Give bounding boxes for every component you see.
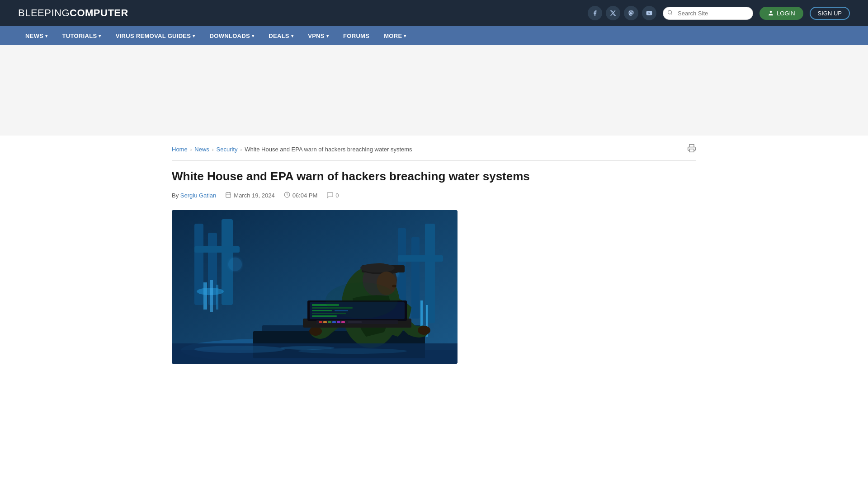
article-meta: By Sergiu Gatlan March 19, 2024 06:04 PM [172,192,547,199]
chevron-down-icon: ▾ [45,33,47,38]
svg-line-2 [671,14,672,14]
breadcrumb-news[interactable]: News [194,146,209,153]
svg-point-35 [360,263,395,272]
logo-first: BLEEPING [18,7,70,19]
article-time-text: 06:04 PM [292,192,318,199]
chevron-down-icon: ▾ [291,33,293,38]
svg-rect-17 [216,285,218,310]
chevron-down-icon: ▾ [326,33,329,38]
logo-second: COMPUTER [70,7,128,19]
nav-more[interactable]: MORE ▾ [377,26,414,45]
site-header: BLEEPINGCOMPUTER LOGIN [0,0,868,26]
breadcrumb-sep-3: › [241,147,242,152]
article-title: White House and EPA warn of hackers brea… [172,169,547,184]
svg-rect-55 [341,321,345,323]
svg-rect-50 [319,321,322,323]
search-input[interactable] [663,7,753,20]
main-nav: NEWS ▾ TUTORIALS ▾ VIRUS REMOVAL GUIDES … [0,26,868,45]
breadcrumb-actions [687,144,696,155]
comments-number: 0 [335,192,339,199]
svg-rect-56 [348,321,362,323]
clock-icon [284,192,290,199]
youtube-icon[interactable] [642,6,656,20]
search-box [663,7,753,20]
main-container: Home › News › Security › White House and… [163,136,705,375]
svg-rect-52 [328,321,331,323]
nav-news[interactable]: NEWS ▾ [18,26,55,45]
sidebar [561,161,696,375]
article-hero-image [172,210,458,364]
svg-rect-54 [337,321,340,323]
svg-rect-15 [203,282,207,310]
chevron-down-icon: ▾ [404,33,406,38]
chevron-down-icon: ▾ [193,33,195,38]
chevron-down-icon: ▾ [99,33,101,38]
article-date-text: March 19, 2024 [234,192,274,199]
nav-deals[interactable]: DEALS ▾ [261,26,301,45]
login-button[interactable]: LOGIN [760,7,803,20]
social-icons [588,6,656,20]
article-body: White House and EPA warn of hackers brea… [172,161,547,375]
nav-forums[interactable]: FORUMS [336,26,377,45]
svg-rect-48 [312,315,337,317]
comments-icon [326,192,334,199]
search-icon [667,10,673,17]
svg-rect-16 [210,280,213,312]
mastodon-icon[interactable] [624,6,638,20]
calendar-icon [225,192,231,199]
svg-rect-45 [312,310,332,311]
content-layout: White House and EPA warn of hackers brea… [172,161,696,375]
svg-point-59 [194,346,285,353]
svg-point-37 [392,285,396,287]
svg-point-1 [668,10,672,14]
header-right: LOGIN SIGN UP [588,6,850,20]
author-link[interactable]: Sergiu Gatlan [180,192,217,199]
breadcrumb-current: White House and EPA warn of hackers brea… [245,146,412,153]
svg-point-3 [770,11,772,13]
article-image [172,210,458,364]
svg-rect-5 [226,192,231,197]
article-time: 06:04 PM [284,192,318,199]
svg-point-38 [309,327,322,336]
breadcrumb-home[interactable]: Home [172,146,188,153]
user-icon [768,10,774,16]
nav-vpns[interactable]: VPNS ▾ [301,26,336,45]
svg-point-57 [326,282,398,319]
svg-point-27 [228,258,242,271]
breadcrumb-sep-1: › [190,147,192,152]
svg-rect-53 [332,321,336,323]
chevron-down-icon: ▾ [252,33,254,38]
nav-tutorials[interactable]: TUTORIALS ▾ [55,26,108,45]
signup-button[interactable]: SIGN UP [810,7,850,20]
facebook-icon[interactable] [588,6,602,20]
article-image-container [172,210,547,364]
svg-rect-24 [398,255,443,262]
ad-banner [0,45,868,136]
nav-downloads[interactable]: DOWNLOADS ▾ [203,26,262,45]
twitter-icon[interactable] [606,6,620,20]
breadcrumb-sep-2: › [212,147,214,152]
svg-point-61 [280,346,335,350]
svg-rect-23 [194,246,240,253]
svg-rect-21 [411,237,420,319]
comments-count[interactable]: 0 [326,192,339,199]
print-icon[interactable] [687,145,696,155]
nav-virus-removal[interactable]: VIRUS REMOVAL GUIDES ▾ [108,26,203,45]
article-date: March 19, 2024 [225,192,274,199]
breadcrumb-security[interactable]: Security [217,146,238,153]
login-label: LOGIN [777,10,795,17]
article-author: By Sergiu Gatlan [172,192,216,199]
signup-label: SIGN UP [818,10,842,17]
svg-rect-51 [323,321,327,323]
site-logo[interactable]: BLEEPINGCOMPUTER [18,7,128,19]
svg-rect-4 [689,149,694,152]
breadcrumb: Home › News › Security › White House and… [172,136,696,161]
svg-point-39 [418,326,430,335]
